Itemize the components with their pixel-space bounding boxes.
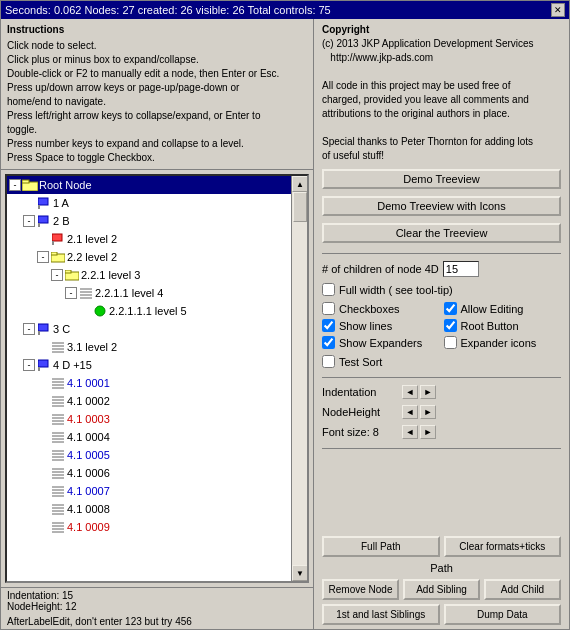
tree-item[interactable]: - 4 D +15 bbox=[7, 356, 307, 374]
indentation-right-btn[interactable]: ► bbox=[420, 385, 436, 399]
nodeheight-left-btn[interactable]: ◄ bbox=[402, 405, 418, 419]
tree-item-label: 2.2.1 level 3 bbox=[81, 267, 140, 283]
expander-icons-checkbox[interactable] bbox=[444, 336, 457, 349]
tree-item[interactable]: - 2 B bbox=[7, 212, 307, 230]
first-last-button[interactable]: 1st and last Siblings bbox=[322, 604, 440, 625]
tree-item[interactable]: 4.1 0005 bbox=[7, 446, 307, 464]
tree-item[interactable]: 4.1 0008 bbox=[7, 500, 307, 518]
tree-item[interactable]: 1 A bbox=[7, 194, 307, 212]
copyright-area: Copyright (c) 2013 JKP Application Devel… bbox=[322, 23, 561, 163]
svg-rect-3 bbox=[38, 205, 40, 209]
nodeheight-right-btn[interactable]: ► bbox=[420, 405, 436, 419]
root-button-checkbox[interactable] bbox=[444, 319, 457, 332]
tree-expander[interactable]: - bbox=[23, 323, 35, 335]
tree-item[interactable]: - 2.2.1.1 level 4 bbox=[7, 284, 307, 302]
clear-formats-button[interactable]: Clear formats+ticks bbox=[444, 536, 562, 557]
nodeheight-status: NodeHeight: 12 bbox=[7, 601, 77, 612]
svg-rect-2 bbox=[38, 198, 48, 205]
tree-item[interactable]: 4.1 0002 bbox=[7, 392, 307, 410]
tree-item[interactable]: 4.1 0004 bbox=[7, 428, 307, 446]
clear-treeview-button[interactable]: Clear the Treeview bbox=[322, 223, 561, 243]
instructions-area: Instructions Click node to select. Click… bbox=[1, 19, 313, 170]
expander-icons-label: Expander icons bbox=[461, 337, 537, 349]
lines-icon bbox=[50, 484, 66, 498]
remove-node-button[interactable]: Remove Node bbox=[322, 579, 399, 600]
show-lines-checkbox[interactable] bbox=[322, 319, 335, 332]
indentation-spinner-label: Indentation bbox=[322, 386, 402, 398]
tree-expander[interactable]: - bbox=[23, 359, 35, 371]
tree-item[interactable]: - Root Node bbox=[7, 176, 307, 194]
scroll-thumb[interactable] bbox=[293, 192, 307, 222]
titlebar: Seconds: 0.062 Nodes: 27 created: 26 vis… bbox=[1, 1, 569, 19]
lines-icon bbox=[50, 376, 66, 390]
svg-rect-9 bbox=[51, 252, 57, 255]
show-expanders-label: Show Expanders bbox=[339, 337, 422, 349]
full-width-checkbox[interactable] bbox=[322, 283, 335, 296]
tree-expander[interactable]: - bbox=[51, 269, 63, 281]
add-sibling-button[interactable]: Add Sibling bbox=[403, 579, 480, 600]
allow-editing-checkbox[interactable] bbox=[444, 302, 457, 315]
tree-scrollbar[interactable]: ▲ ▼ bbox=[291, 176, 307, 581]
checkboxes-label: Checkboxes bbox=[339, 303, 400, 315]
tree-expander[interactable]: - bbox=[65, 287, 77, 299]
tree-item-label: 4.1 0007 bbox=[67, 483, 110, 499]
folder-small-icon bbox=[64, 268, 80, 282]
tree-item-label: 2.2 level 2 bbox=[67, 249, 117, 265]
add-child-button[interactable]: Add Child bbox=[484, 579, 561, 600]
tree-item[interactable]: - 3 C bbox=[7, 320, 307, 338]
flag-blue-icon bbox=[36, 214, 52, 228]
folder-icon bbox=[22, 178, 38, 192]
indentation-status: Indentation: 15 bbox=[7, 590, 73, 601]
tree-item[interactable]: 4.1 0003 bbox=[7, 410, 307, 428]
svg-rect-6 bbox=[52, 234, 62, 241]
tree-item[interactable]: 2.1 level 2 bbox=[7, 230, 307, 248]
svg-rect-5 bbox=[38, 223, 40, 227]
lines-icon bbox=[50, 448, 66, 462]
tree-item[interactable]: 4.1 0001 bbox=[7, 374, 307, 392]
fontsize-right-btn[interactable]: ► bbox=[420, 425, 436, 439]
expander-icons-row: Expander icons bbox=[444, 336, 562, 349]
show-expanders-row: Show Expanders bbox=[322, 336, 440, 349]
show-expanders-checkbox[interactable] bbox=[322, 336, 335, 349]
svg-rect-7 bbox=[52, 241, 54, 245]
tree-item[interactable]: 4.1 0007 bbox=[7, 482, 307, 500]
full-path-button[interactable]: Full Path bbox=[322, 536, 440, 557]
flag-blue-icon bbox=[36, 196, 52, 210]
lines-icon bbox=[50, 412, 66, 426]
close-button[interactable]: ✕ bbox=[551, 3, 565, 17]
right-panel: Copyright (c) 2013 JKP Application Devel… bbox=[314, 19, 569, 629]
tree-area[interactable]: - Root Node 1 A- 2 B 2.1 level 2- 2.2 le… bbox=[5, 174, 309, 583]
tree-item-label: 4.1 0001 bbox=[67, 375, 110, 391]
tree-expander[interactable]: - bbox=[23, 215, 35, 227]
tree-item[interactable]: 4.1 0009 bbox=[7, 518, 307, 536]
lines-icon bbox=[50, 394, 66, 408]
show-lines-row: Show lines bbox=[322, 319, 440, 332]
tree-item[interactable]: 3.1 level 2 bbox=[7, 338, 307, 356]
lines-icon bbox=[50, 340, 66, 354]
tree-item[interactable]: 4.1 0006 bbox=[7, 464, 307, 482]
tree-expander[interactable]: - bbox=[9, 179, 21, 191]
children-input[interactable] bbox=[443, 261, 479, 277]
fontsize-left-btn[interactable]: ◄ bbox=[402, 425, 418, 439]
green-circle-icon bbox=[92, 304, 108, 318]
indentation-left-btn[interactable]: ◄ bbox=[402, 385, 418, 399]
allow-editing-label: Allow Editing bbox=[461, 303, 524, 315]
dump-data-button[interactable]: Dump Data bbox=[444, 604, 562, 625]
tree-item[interactable]: - 2.2.1 level 3 bbox=[7, 266, 307, 284]
tree-item-label: 2.2.1.1 level 4 bbox=[95, 285, 164, 301]
indentation-spinner-row: Indentation ◄ ► bbox=[322, 385, 561, 399]
scroll-down-arrow[interactable]: ▼ bbox=[292, 565, 308, 581]
tree-expander[interactable]: - bbox=[37, 251, 49, 263]
demo-treeview-icons-button[interactable]: Demo Treeview with Icons bbox=[322, 196, 561, 216]
checkboxes-row: Checkboxes bbox=[322, 302, 440, 315]
checkboxes-checkbox[interactable] bbox=[322, 302, 335, 315]
scroll-up-arrow[interactable]: ▲ bbox=[292, 176, 308, 192]
scroll-track bbox=[292, 192, 307, 565]
folder-small-icon bbox=[50, 250, 66, 264]
demo-treeview-button[interactable]: Demo Treeview bbox=[322, 169, 561, 189]
tree-item-label: 2 B bbox=[53, 213, 70, 229]
tree-item[interactable]: - 2.2 level 2 bbox=[7, 248, 307, 266]
svg-rect-4 bbox=[38, 216, 48, 223]
test-sort-checkbox[interactable] bbox=[322, 355, 335, 368]
tree-item[interactable]: 2.2.1.1.1 level 5 bbox=[7, 302, 307, 320]
